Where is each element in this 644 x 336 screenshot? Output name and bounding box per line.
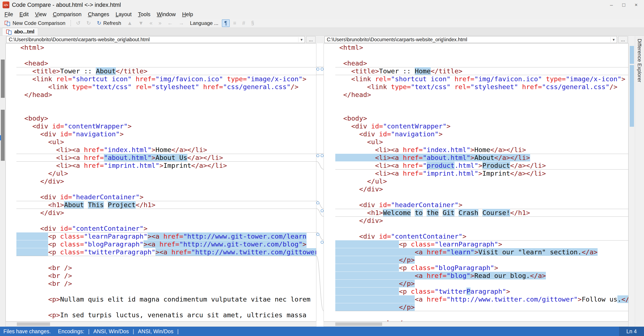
code-line: <title>Tower :: About</title> — [16, 67, 316, 75]
previous-difference-icon: ▲ — [127, 20, 132, 26]
menu-item-tools[interactable]: Tools — [135, 10, 154, 19]
maximize-button[interactable]: □ — [618, 1, 630, 9]
undo-button[interactable]: ↺ — [74, 19, 83, 27]
close-button[interactable]: × — [630, 1, 642, 9]
separator: | — [88, 328, 90, 335]
chevron-down-icon[interactable]: ▾ — [298, 37, 305, 42]
right-file-path: C:\Users\brunobrito\Documents\carparts-w… — [325, 37, 610, 42]
refresh-button[interactable]: ↻Refresh — [94, 19, 124, 27]
code-line: <title>Tower :: Home</title> — [335, 67, 628, 75]
word-wrap-button[interactable]: ≡ — [230, 19, 239, 27]
code-line: <div id="navigation"> — [16, 130, 316, 138]
copy-to-right-button[interactable]: → — [176, 19, 186, 27]
right-code-area[interactable]: <html> <head> <title>Tower :: Home</titl… — [324, 43, 628, 322]
new-comparison-icon — [4, 20, 11, 26]
code-line — [16, 185, 316, 193]
code-line: </div> — [16, 209, 316, 217]
separator: | — [177, 328, 178, 335]
line-numbers-button[interactable]: # — [240, 19, 248, 27]
code-line: <link rel="shortcut icon" href="img/favi… — [335, 75, 628, 83]
left-code-area[interactable]: <html> <head> <title>Tower :: About</tit… — [6, 43, 316, 322]
code-line: <div id="navigation"> — [335, 130, 628, 138]
left-horizontal-scrollbar[interactable] — [6, 322, 316, 327]
code-line: </p> — [335, 256, 628, 264]
redo-button[interactable]: ↻ — [84, 19, 94, 27]
right-horizontal-scrollbar[interactable] — [324, 322, 628, 327]
difference-explorer-label: Difference Explorer — [636, 39, 642, 327]
new-code-comparison-button[interactable]: New Code Comparison — [2, 19, 68, 27]
last-difference-icon: » — [158, 20, 161, 26]
app-window: </> Code Compare - about.html <-> index.… — [0, 0, 644, 336]
copy-to-left-button[interactable]: ← — [165, 19, 175, 27]
code-line: </head> — [335, 91, 628, 99]
main-area: C:\Users\brunobrito\Documents\carparts-w… — [0, 36, 644, 327]
right-file-path-combo[interactable]: C:\Users\brunobrito\Documents\carparts-w… — [324, 36, 617, 43]
code-line — [16, 99, 316, 106]
code-line: <br /> — [16, 264, 316, 272]
left-overview-ruler[interactable] — [0, 36, 6, 327]
details-button[interactable]: § — [249, 19, 257, 27]
right-vertical-scrollbar[interactable] — [628, 36, 635, 327]
tab-comparison[interactable]: abo...tml — [2, 28, 38, 35]
toolbar-separator — [70, 20, 71, 26]
encodings-label: Encodings: — [58, 328, 84, 335]
menu-item-help[interactable]: Help — [179, 10, 196, 19]
menu-item-view[interactable]: View — [32, 10, 50, 19]
code-line: </p> — [335, 303, 628, 311]
code-line — [335, 193, 628, 201]
menu-item-comparison[interactable]: Comparison — [50, 10, 85, 19]
code-line: <li><a href="index.html">Home</a></li> — [16, 146, 316, 154]
code-line: <h1>About This Project</h1> — [16, 201, 316, 209]
code-line: <br /> — [16, 280, 316, 288]
minimize-button[interactable]: – — [605, 1, 618, 9]
app-icon: </> — [2, 1, 9, 8]
menu-item-edit[interactable]: Edit — [16, 10, 32, 19]
difference-explorer-tab[interactable]: Difference Explorer — [635, 36, 644, 327]
code-line: <br /> — [16, 272, 316, 280]
encoding-right: ANSI, Win/Dos — [138, 328, 174, 335]
code-line: <li><a href="product.html">Product</a></… — [335, 162, 628, 169]
diff-connector-map — [316, 43, 324, 314]
code-line: <link type="text/css" rel="stylesheet" h… — [16, 83, 316, 91]
toolbar: New Code Comparison↺↻↻Refresh▲▼«»←→Langu… — [0, 19, 644, 28]
next-difference-button[interactable]: ▼ — [136, 19, 146, 27]
last-difference-button[interactable]: » — [156, 19, 164, 27]
code-line: <div id="headerContainer"> — [335, 201, 628, 209]
code-line: <div id="contentWrapper"> — [16, 122, 316, 130]
code-line — [16, 256, 316, 264]
chevron-down-icon[interactable]: ▾ — [610, 37, 617, 42]
code-line: <div id="contentContainer"> — [335, 232, 628, 240]
next-difference-icon: ▼ — [138, 20, 144, 26]
code-line: <div id="contentWrapper"> — [335, 122, 628, 130]
code-line: <html> — [16, 44, 316, 51]
show-whitespace-icon: ¶ — [224, 20, 227, 26]
left-file-path-combo[interactable]: C:\Users\brunobrito\Documents\carparts-w… — [6, 36, 305, 43]
scrollbar-thumb[interactable] — [335, 323, 382, 326]
menu-item-window[interactable]: Window — [154, 10, 179, 19]
scrollbar-thumb[interactable] — [17, 323, 50, 326]
title-bar: </> Code Compare - about.html <-> index.… — [0, 0, 644, 10]
code-line: <head> — [335, 59, 628, 67]
copy-right-icon: → — [178, 20, 184, 26]
code-line — [16, 217, 316, 225]
menu-item-changes[interactable]: Changes — [85, 10, 112, 19]
comparison-doc-icon — [6, 29, 12, 35]
code-line — [16, 51, 316, 59]
left-path-row: C:\Users\brunobrito\Documents\carparts-w… — [6, 36, 316, 43]
previous-difference-button[interactable]: ▲ — [124, 19, 135, 27]
code-line: </p> — [335, 280, 628, 288]
code-line: <li><a href="about.html">About Us</a></l… — [16, 154, 316, 162]
code-line: </ul> — [335, 177, 628, 185]
window-controls: – □ × — [605, 1, 642, 9]
right-browse-button[interactable]: ... — [618, 36, 628, 43]
whitespace-toggle-button[interactable]: ¶ — [222, 19, 230, 27]
left-browse-button[interactable]: ... — [306, 36, 316, 43]
new-code-comparison-button-label: New Code Comparison — [12, 20, 65, 26]
menu-item-file[interactable]: File — [1, 10, 16, 19]
menu-item-layout[interactable]: Layout — [112, 10, 135, 19]
language-selector[interactable]: Language ... — [187, 19, 221, 27]
first-difference-button[interactable]: « — [147, 19, 155, 27]
code-line: <div id="contentContainer"> — [16, 225, 316, 232]
code-line — [16, 288, 316, 295]
code-line — [16, 303, 316, 311]
